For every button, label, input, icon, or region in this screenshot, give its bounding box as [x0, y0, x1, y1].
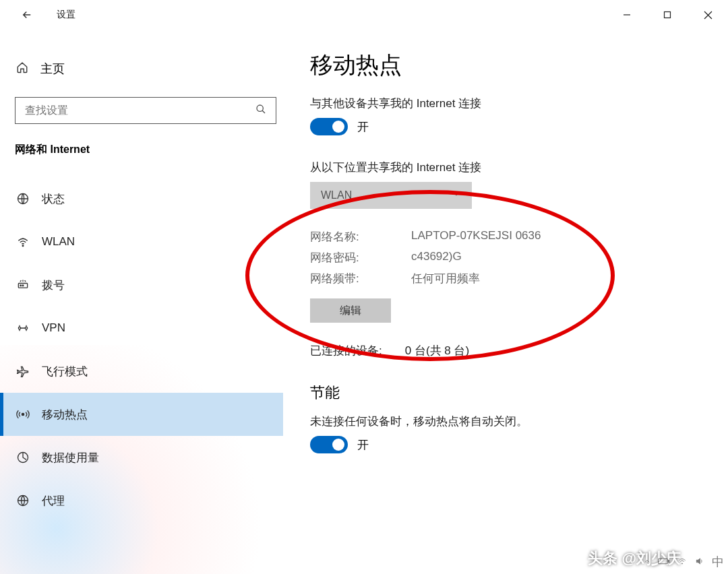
- powersave-heading: 节能: [310, 383, 728, 403]
- page-title: 移动热点: [310, 50, 728, 81]
- home-label: 主页: [40, 61, 65, 77]
- net-pwd-label: 网络密码:: [310, 250, 411, 265]
- ime-indicator[interactable]: 中: [712, 554, 724, 570]
- nav-label: 拨号: [42, 278, 65, 293]
- nav-item-datausage[interactable]: 数据使用量: [0, 436, 283, 479]
- nav-label: 数据使用量: [42, 450, 99, 466]
- share-label: 与其他设备共享我的 Internet 连接: [310, 96, 728, 111]
- svg-line-11: [20, 280, 22, 282]
- search-input[interactable]: [25, 104, 255, 117]
- close-button[interactable]: [688, 0, 728, 30]
- svg-point-9: [20, 285, 22, 286]
- powersave-toggle[interactable]: [310, 436, 348, 453]
- net-band-value: 任何可用频率: [411, 271, 728, 286]
- svg-rect-20: [668, 561, 669, 563]
- nav-list: 状态 WLAN 拨号 VPN 飞行模式 移动热点: [0, 177, 283, 522]
- category-heading: 网络和 Internet: [0, 143, 283, 157]
- nav-label: 状态: [42, 191, 65, 207]
- nav-item-status[interactable]: 状态: [0, 177, 283, 220]
- powersave-desc: 未连接任何设备时，移动热点将自动关闭。: [310, 414, 728, 429]
- svg-rect-1: [665, 12, 671, 18]
- dialup-icon: [16, 278, 30, 292]
- connected-label: 已连接的设备:: [310, 343, 382, 358]
- share-toggle[interactable]: [310, 118, 348, 135]
- nav-label: 移动热点: [42, 407, 88, 422]
- home-link[interactable]: 主页: [0, 57, 283, 81]
- vpn-icon: [16, 321, 30, 335]
- nav-item-dialup[interactable]: 拨号: [0, 263, 283, 307]
- datausage-icon: [16, 451, 30, 464]
- chevron-up-icon[interactable]: [643, 556, 651, 567]
- proxy-icon: [16, 494, 30, 507]
- share-from-label: 从以下位置共享我的 Internet 连接: [310, 160, 728, 175]
- chevron-down-icon: [452, 189, 461, 201]
- nav-item-hotspot[interactable]: 移动热点: [0, 393, 283, 436]
- hotspot-icon: [16, 408, 30, 421]
- net-name-label: 网络名称:: [310, 229, 411, 245]
- nav-label: 代理: [42, 493, 65, 509]
- maximize-button[interactable]: [647, 0, 688, 30]
- home-icon: [16, 61, 28, 76]
- app-title: 设置: [57, 9, 75, 21]
- share-toggle-state: 开: [357, 119, 369, 135]
- edit-button[interactable]: 编辑: [310, 298, 391, 323]
- airplane-icon: [16, 364, 30, 378]
- powersave-toggle-state: 开: [357, 437, 369, 453]
- search-input-container[interactable]: [15, 97, 276, 124]
- nav-label: VPN: [42, 321, 65, 335]
- svg-point-10: [22, 285, 24, 286]
- nav-label: WLAN: [42, 235, 75, 249]
- net-name-value: LAPTOP-07KSEJSI 0636: [411, 229, 728, 245]
- net-band-label: 网络频带:: [310, 271, 411, 286]
- svg-point-15: [25, 327, 27, 329]
- wifi-tray-icon[interactable]: [677, 556, 688, 568]
- globe-icon: [16, 192, 30, 205]
- svg-line-5: [262, 110, 265, 113]
- battery-icon[interactable]: [658, 556, 670, 567]
- nav-item-airplane[interactable]: 飞行模式: [0, 350, 283, 393]
- nav-label: 飞行模式: [42, 364, 88, 379]
- svg-point-14: [18, 327, 20, 329]
- volume-icon[interactable]: [694, 556, 705, 568]
- connected-value: 0 台(共 8 台): [405, 343, 469, 358]
- svg-point-16: [22, 413, 24, 415]
- minimize-button[interactable]: [607, 0, 647, 30]
- net-pwd-value: c43692)G: [411, 250, 728, 265]
- wifi-icon: [16, 235, 30, 249]
- dropdown-value: WLAN: [321, 189, 352, 201]
- svg-point-4: [257, 105, 263, 111]
- svg-point-7: [22, 245, 24, 247]
- search-icon: [255, 104, 266, 117]
- svg-rect-19: [659, 559, 668, 564]
- back-button[interactable]: [16, 4, 38, 26]
- nav-item-vpn[interactable]: VPN: [0, 307, 283, 350]
- system-tray: 中: [643, 554, 724, 570]
- share-from-dropdown[interactable]: WLAN: [310, 182, 472, 209]
- svg-line-13: [25, 280, 26, 282]
- nav-item-wlan[interactable]: WLAN: [0, 220, 283, 263]
- nav-item-proxy[interactable]: 代理: [0, 479, 283, 522]
- svg-point-21: [681, 563, 682, 563]
